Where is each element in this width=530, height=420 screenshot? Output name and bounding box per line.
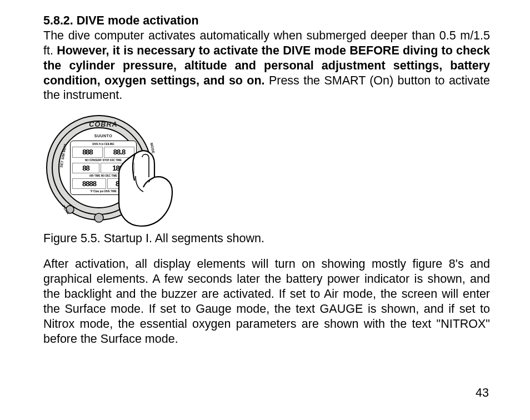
lcd-r1-b: 88.8 bbox=[104, 147, 134, 157]
lcd-r3-a: 8888 bbox=[72, 178, 106, 189]
lcd-r3-b: 888 bbox=[107, 178, 134, 189]
paragraph-1: The dive computer activates automaticall… bbox=[43, 28, 490, 103]
lcd-row2: 88 188 bbox=[72, 163, 134, 173]
lcd-r2-b: 188 bbox=[101, 163, 134, 173]
lcd-row3-legend: AIR TIME NO DEC TIME bbox=[72, 174, 134, 177]
lcd-row3: 8888 888 bbox=[72, 178, 134, 189]
brand-small-label: SUUNTO bbox=[43, 134, 163, 138]
lcd-r1-a: 888 bbox=[72, 147, 103, 157]
figure-caption: Figure 5.5. Startup I. All segments show… bbox=[43, 232, 490, 246]
lcd-screen: DIVE ft m CEILING 888 88.8 NO O2%SURF ST… bbox=[70, 141, 137, 195]
lcd-row1: 888 88.8 bbox=[72, 147, 134, 157]
lcd-row2-legend: NO O2%SURF STOP ASC TIME bbox=[72, 159, 134, 162]
manual-page: 5.8.2. DIVE mode activation The dive com… bbox=[0, 0, 530, 420]
lcd-row4-legend: °F°Cbar psi DIVE TIME bbox=[72, 190, 134, 193]
brand-main-label: COBRA bbox=[41, 121, 167, 128]
figure-5-5: COBRA SUUNTO SET SIM MEM MODE PLAN TIME … bbox=[43, 109, 490, 226]
svg-point-3 bbox=[94, 213, 103, 222]
paragraph-2: After activation, all display elements w… bbox=[43, 257, 490, 346]
page-number: 43 bbox=[476, 386, 489, 400]
lcd-row1-legend: DIVE ft m CEILING bbox=[72, 143, 134, 146]
dive-computer-illustration: COBRA SUUNTO SET SIM MEM MODE PLAN TIME … bbox=[43, 109, 163, 226]
lcd-r2-a: 88 bbox=[72, 163, 99, 173]
section-heading: 5.8.2. DIVE mode activation bbox=[43, 13, 490, 28]
svg-point-5 bbox=[124, 206, 132, 213]
